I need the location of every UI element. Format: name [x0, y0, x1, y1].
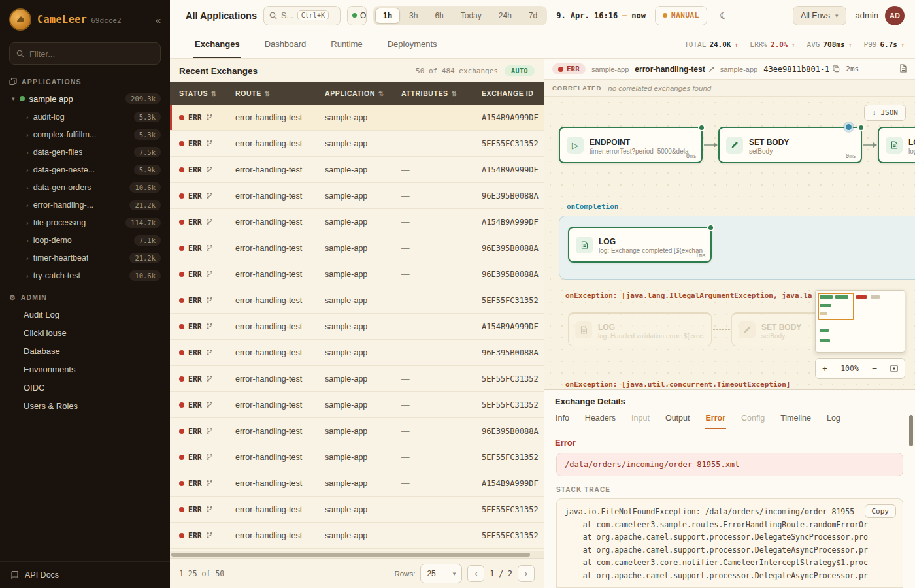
zoom-in-button[interactable]: + — [822, 363, 827, 374]
table-row[interactable]: ERR error-handling-test sample-app — 96E… — [170, 418, 544, 444]
sidebar-admin-item[interactable]: ClickHouse — [0, 323, 170, 342]
correlated-row: CORRELATED no correlated exchanges found — [544, 80, 915, 97]
details-tab[interactable]: Input — [631, 409, 650, 429]
sidebar-route-item[interactable]: › data-gen-orders 10.6k — [0, 178, 170, 196]
route-cell: error-handling-test — [235, 427, 325, 436]
details-tab[interactable]: Headers — [584, 409, 616, 429]
global-search[interactable]: S... Ctrl+K — [263, 6, 341, 25]
table-row[interactable]: ERR error-handling-test sample-app — 5EF… — [170, 497, 544, 523]
detail-route-link[interactable]: error-handling-test — [635, 65, 714, 74]
dark-mode-toggle[interactable]: ☾ — [714, 6, 735, 25]
scrollbar-thumb[interactable] — [171, 553, 530, 557]
table-row[interactable]: ERR error-handling-test sample-app — A15… — [170, 314, 544, 340]
details-tab[interactable]: Info — [555, 409, 570, 429]
time-range-button[interactable]: 7d — [521, 8, 545, 24]
sidebar-admin-item[interactable]: Users & Roles — [0, 397, 170, 415]
details-tab[interactable]: Error — [705, 409, 726, 429]
exchange-id-cell: 5EF55FC31352 — [482, 453, 544, 462]
flow-node-endpoint[interactable]: ▷ ENDPOINT timer:errorTest?period=5000&d… — [559, 127, 703, 163]
auto-refresh-badge[interactable]: AUTO — [505, 65, 535, 76]
next-page-button[interactable]: › — [518, 565, 535, 582]
sidebar-admin-item[interactable]: Environments — [0, 360, 170, 378]
table-row[interactable]: ERR error-handling-test sample-app — 96E… — [170, 261, 544, 287]
sidebar-admin-item[interactable]: Database — [0, 342, 170, 360]
nav-tab[interactable]: Exchanges — [193, 31, 241, 58]
time-range-button[interactable]: 1h — [375, 8, 400, 24]
time-range-button[interactable]: 6h — [427, 8, 451, 24]
table-row[interactable]: ERR error-handling-test sample-app — A15… — [170, 105, 544, 131]
column-header-attributes[interactable]: ATTRIBUTES⇅ — [401, 90, 482, 97]
table-row[interactable]: ERR error-handling-test sample-app — 5EF… — [170, 366, 544, 392]
time-range-button[interactable]: 3h — [401, 8, 425, 24]
table-row[interactable]: ERR error-handling-test sample-app — 5EF… — [170, 444, 544, 470]
date-range-picker[interactable]: 9. Apr. 16:16 — now — [554, 11, 648, 20]
rows-per-page-select[interactable]: 25 ▾ — [420, 564, 462, 583]
zoom-out-button[interactable]: − — [872, 363, 877, 374]
flow-node-set-body[interactable]: SET BODY setBody 0ms — [718, 127, 862, 163]
table-row[interactable]: ERR error-handling-test sample-app — 96E… — [170, 183, 544, 209]
chevron-down-icon: ▾ — [12, 95, 15, 102]
route-name-label: error-handling-... — [33, 201, 93, 210]
live-toggle[interactable]: O — [347, 6, 367, 25]
avatar[interactable]: AD — [885, 6, 905, 25]
route-cell: error-handling-test — [235, 296, 325, 305]
time-range-button[interactable]: 24h — [491, 8, 520, 24]
download-json-button[interactable]: ↓ JSON — [864, 105, 906, 121]
search-shortcut-kbd: Ctrl+K — [297, 10, 329, 20]
scrollbar-thumb[interactable] — [909, 415, 913, 446]
manual-refresh-button[interactable]: MANUAL — [655, 6, 707, 25]
details-tab[interactable]: Timeline — [780, 409, 812, 429]
flow-node-log[interactable]: LOG log: Sta — [878, 127, 915, 163]
nav-tab[interactable]: Runtime — [329, 31, 363, 58]
sidebar-item-sample-app[interactable]: ▾ sample app 209.3k — [0, 90, 170, 108]
time-range-button[interactable]: Today — [453, 8, 490, 24]
sidebar-filter[interactable] — [9, 42, 161, 65]
table-row[interactable]: ERR error-handling-test sample-app — 5EF… — [170, 131, 544, 157]
table-row[interactable]: ERR error-handling-test sample-app — A15… — [170, 470, 544, 497]
table-row[interactable]: ERR error-handling-test sample-app — 5EF… — [170, 523, 544, 549]
minimap[interactable] — [815, 290, 905, 353]
sidebar-api-docs[interactable]: API Docs — [0, 561, 170, 588]
sidebar-route-item[interactable]: › timer-heartbeat 21.2k — [0, 249, 170, 267]
details-tab[interactable]: Output — [665, 409, 691, 429]
sidebar-route-item[interactable]: › data-gen-neste... 5.9k — [0, 161, 170, 178]
nav-tab[interactable]: Deployments — [386, 31, 439, 58]
sidebar-collapse-button[interactable]: « — [156, 14, 161, 25]
sidebar-route-item[interactable]: › file-processing 114.7k — [0, 214, 170, 231]
table-row[interactable]: ERR error-handling-test sample-app — 5EF… — [170, 392, 544, 418]
column-header-application[interactable]: APPLICATION⇅ — [325, 90, 401, 97]
column-header-exchange-id[interactable]: EXCHANGE ID — [482, 90, 544, 97]
horizontal-scrollbar[interactable] — [170, 551, 544, 558]
minimap-viewport[interactable] — [818, 293, 854, 320]
sidebar-admin-item[interactable]: OIDC — [0, 378, 170, 397]
filter-input[interactable] — [29, 49, 154, 59]
table-row[interactable]: ERR error-handling-test sample-app — 96E… — [170, 235, 544, 261]
nav-tab[interactable]: Dashboard — [263, 31, 308, 58]
prev-page-button[interactable]: ‹ — [467, 565, 484, 582]
column-header-status[interactable]: STATUS⇅ — [179, 90, 235, 97]
status-cell: ERR — [179, 165, 235, 174]
document-icon[interactable] — [899, 63, 907, 75]
table-row[interactable]: ERR error-handling-test sample-app — A15… — [170, 157, 544, 183]
table-row[interactable]: ERR error-handling-test sample-app — 5EF… — [170, 287, 544, 314]
table-row[interactable]: ERR error-handling-test sample-app — A15… — [170, 209, 544, 235]
search-icon — [16, 50, 24, 57]
fit-view-icon[interactable] — [890, 365, 898, 372]
details-tab[interactable]: Log — [826, 409, 841, 429]
environment-selector[interactable]: All Envs ▾ — [793, 6, 846, 25]
details-tab[interactable]: Config — [740, 409, 765, 429]
sidebar-route-item[interactable]: › loop-demo 7.1k — [0, 231, 170, 249]
flow-node-completion-log[interactable]: LOG log: Exchange completed [${exchan 1m… — [568, 227, 712, 263]
table-row[interactable]: ERR error-handling-test sample-app — 96E… — [170, 340, 544, 366]
sidebar-admin-item[interactable]: Audit Log — [0, 305, 170, 323]
sidebar-route-item[interactable]: › complex-fulfillm... 5.3k — [0, 125, 170, 143]
flow-node-exception-log[interactable]: LOG log: Handled validation error: ${exc… — [568, 312, 712, 346]
sidebar-route-item[interactable]: › error-handling-... 21.2k — [0, 196, 170, 214]
sidebar-route-item[interactable]: › data-gen-files 7.5k — [0, 143, 170, 161]
copy-button[interactable]: Copy — [865, 504, 897, 518]
flow-canvas[interactable]: ↓ JSON ▷ ENDPOINT timer:errorTest?period… — [544, 97, 915, 389]
copy-icon[interactable] — [833, 65, 840, 73]
column-header-route[interactable]: ROUTE⇅ — [235, 90, 325, 97]
sidebar-route-item[interactable]: › try-catch-test 10.6k — [0, 267, 170, 284]
sidebar-route-item[interactable]: › audit-log 5.3k — [0, 108, 170, 125]
